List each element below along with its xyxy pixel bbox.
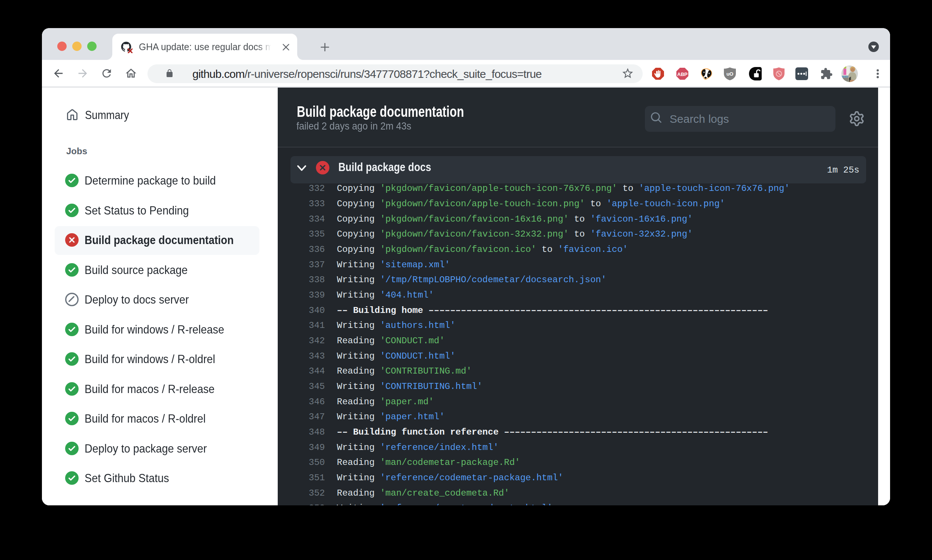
svg-text:uO: uO <box>726 71 734 77</box>
svg-text:ABP: ABP <box>677 71 687 77</box>
